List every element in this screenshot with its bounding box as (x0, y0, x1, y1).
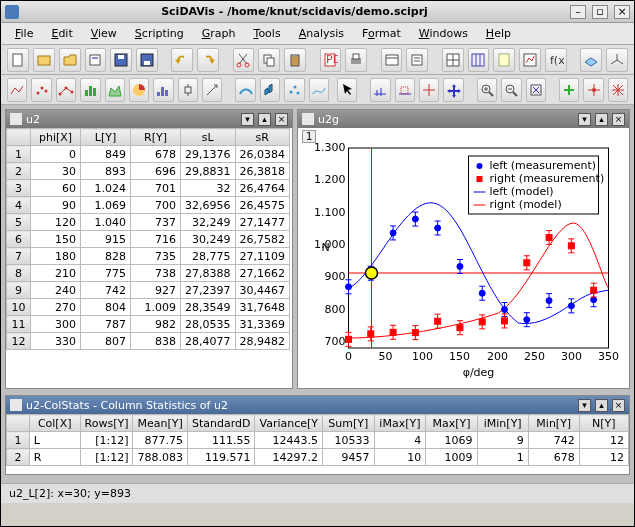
close-button[interactable]: × (614, 5, 630, 19)
project-explorer-button[interactable] (381, 48, 403, 72)
plot-line-button[interactable] (7, 78, 27, 102)
toolbar-main: PDF f(x) (1, 45, 634, 75)
svg-text:1.200: 1.200 (314, 173, 346, 186)
menu-file[interactable]: File (7, 25, 41, 42)
sub-close-button[interactable]: × (275, 113, 288, 126)
plot-histogram-button[interactable] (153, 78, 173, 102)
new-graph-button[interactable] (519, 48, 541, 72)
menu-scripting[interactable]: Scripting (127, 25, 192, 42)
menu-bar: File Edit View Scripting Graph Tools Ana… (1, 23, 634, 45)
colstats-titlebar[interactable]: u2-ColStats - Column Statistics of u2 ▾ … (6, 396, 629, 414)
new-folder-button[interactable] (33, 48, 55, 72)
table-window-u2[interactable]: u2 ▾ ▴ × phi[X]L[Y]R[Y]sLsR1084967829,13… (5, 109, 293, 389)
zoom-out-button[interactable] (501, 78, 521, 102)
svg-rect-170 (479, 319, 485, 325)
plot-area-button[interactable] (105, 78, 125, 102)
plot-box-button[interactable] (178, 78, 198, 102)
new-3d-plot-button[interactable] (606, 48, 628, 72)
arrange-layers-button[interactable] (583, 78, 603, 102)
sub-close-button[interactable]: × (612, 113, 625, 126)
table-window-title: u2 (26, 113, 40, 126)
svg-text:100: 100 (412, 350, 433, 363)
results-log-button[interactable] (406, 48, 428, 72)
export-pdf-button[interactable]: PDF (320, 48, 342, 72)
select-data-range-button[interactable] (395, 78, 415, 102)
sub-close-button[interactable]: × (612, 399, 625, 412)
svg-text:f(x): f(x) (550, 54, 564, 67)
new-matrix-button[interactable] (468, 48, 490, 72)
save-template-button[interactable] (136, 48, 158, 72)
sub-maximize-button[interactable]: ▴ (258, 113, 271, 126)
pointer-tool-button[interactable] (337, 78, 357, 102)
maximize-button[interactable]: ▫ (592, 5, 608, 19)
svg-rect-178 (524, 260, 530, 266)
svg-text:1.100: 1.100 (314, 206, 346, 219)
menu-help[interactable]: Help (478, 25, 519, 42)
menu-view[interactable]: View (83, 25, 125, 42)
stats-icon (10, 399, 22, 411)
sub-minimize-button[interactable]: ▾ (578, 113, 591, 126)
plot-3d-ribbon-button[interactable] (235, 78, 255, 102)
svg-point-134 (546, 298, 552, 304)
svg-rect-40 (93, 88, 96, 96)
move-data-button[interactable] (443, 78, 463, 102)
menu-format[interactable]: Format (354, 25, 409, 42)
sub-minimize-button[interactable]: ▾ (578, 399, 591, 412)
app-icon (5, 5, 19, 19)
sub-maximize-button[interactable]: ▴ (595, 399, 608, 412)
svg-rect-1 (38, 56, 50, 65)
new-table-button[interactable] (442, 48, 464, 72)
plot-pie-button[interactable] (129, 78, 149, 102)
svg-point-98 (346, 284, 352, 290)
rescale-button[interactable] (526, 78, 546, 102)
sub-maximize-button[interactable]: ▴ (595, 113, 608, 126)
menu-tools[interactable]: Tools (246, 25, 289, 42)
print-button[interactable] (345, 48, 367, 72)
open-template-button[interactable] (85, 48, 107, 72)
plot-area[interactable]: 1 1.300 1.200 1.100 1.000 900 800 700 (298, 128, 629, 388)
undo-button[interactable] (171, 48, 193, 72)
plot-3d-trajectory-button[interactable] (309, 78, 329, 102)
colstats-table[interactable]: Col[X]Rows[Y]Mean[Y]StandardDVariance[YS… (6, 414, 629, 466)
plot-vectors-button[interactable] (202, 78, 222, 102)
data-reader-button[interactable] (370, 78, 390, 102)
open-button[interactable] (59, 48, 81, 72)
new-3d-surface-button[interactable] (580, 48, 602, 72)
plot-3d-scatter-button[interactable] (284, 78, 304, 102)
svg-rect-38 (85, 90, 88, 96)
chart-svg: 1.300 1.200 1.100 1.000 900 800 700 0 50… (298, 128, 629, 388)
save-button[interactable] (110, 48, 132, 72)
plot-bars-button[interactable] (80, 78, 100, 102)
menu-edit[interactable]: Edit (43, 25, 80, 42)
redo-button[interactable] (197, 48, 219, 72)
data-table-u2[interactable]: phi[X]L[Y]R[Y]sLsR1084967829,137626,0384… (6, 128, 290, 350)
screen-reader-button[interactable] (419, 78, 439, 102)
new-note-button[interactable] (493, 48, 515, 72)
new-function-plot-button[interactable]: f(x) (545, 48, 567, 72)
plot-scatter-button[interactable] (31, 78, 51, 102)
paste-button[interactable] (284, 48, 306, 72)
table-window-titlebar[interactable]: u2 ▾ ▴ × (6, 110, 292, 128)
zoom-in-button[interactable] (477, 78, 497, 102)
svg-point-32 (36, 91, 39, 94)
new-project-button[interactable] (7, 48, 29, 72)
svg-line-63 (513, 92, 517, 96)
svg-text:50: 50 (379, 350, 393, 363)
colstats-window[interactable]: u2-ColStats - Column Statistics of u2 ▾ … (5, 395, 630, 475)
plot-3d-bars-button[interactable] (260, 78, 280, 102)
plot-line-symbol-button[interactable] (56, 78, 76, 102)
graph-window-titlebar[interactable]: u2g ▾ ▴ × (298, 110, 629, 128)
menu-windows[interactable]: Windows (411, 25, 476, 42)
cut-button[interactable] (233, 48, 255, 72)
svg-point-138 (568, 303, 574, 309)
graph-window-u2g[interactable]: u2g ▾ ▴ × 1 1.300 1.200 1.100 1.000 900 (297, 109, 630, 389)
auto-layer-button[interactable] (608, 78, 628, 102)
add-layer-button[interactable] (559, 78, 579, 102)
svg-point-191 (366, 267, 378, 279)
copy-button[interactable] (258, 48, 280, 72)
svg-rect-11 (267, 58, 274, 66)
menu-analysis[interactable]: Analysis (291, 25, 352, 42)
sub-minimize-button[interactable]: ▾ (241, 113, 254, 126)
menu-graph[interactable]: Graph (194, 25, 244, 42)
minimize-button[interactable]: – (570, 5, 586, 19)
